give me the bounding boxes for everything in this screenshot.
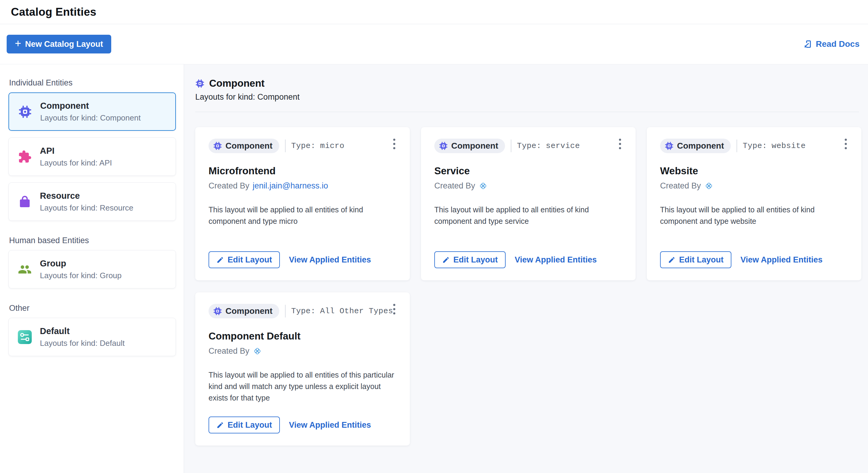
card-footer: Edit Layout View Applied Entities	[434, 251, 622, 268]
card-footer: Edit Layout View Applied Entities	[209, 416, 397, 433]
layout-title: Website	[660, 165, 848, 177]
sidebar-item-sublabel: Layouts for kind: Resource	[40, 203, 133, 213]
creator-email-link[interactable]: jenil.jain@harness.io	[253, 181, 328, 191]
toolbar: + New Catalog Layout Read Docs	[0, 24, 868, 64]
card-menu-kebab-icon[interactable]	[616, 137, 624, 151]
card-header: Component Type: micro	[209, 139, 397, 153]
layout-description: This layout will be applied to all entit…	[660, 204, 848, 227]
sidebar-item-resource[interactable]: Resource Layouts for kind: Resource	[8, 182, 176, 221]
type-value: website	[772, 141, 806, 150]
sidebar-item-sublabel: Layouts for kind: Default	[40, 339, 125, 348]
card-menu-kebab-icon[interactable]	[390, 137, 398, 151]
workflow-icon	[18, 330, 32, 344]
creator-diamond-icon	[253, 346, 262, 356]
sidebar-item-sublabel: Layouts for kind: Component	[40, 113, 141, 123]
header-divider	[195, 112, 859, 112]
people-icon	[18, 263, 32, 276]
layout-cards-grid: Component Type: micro Microfrontend Crea…	[195, 127, 862, 445]
view-applied-entities-link[interactable]: View Applied Entities	[515, 255, 597, 265]
edit-layout-label: Edit Layout	[679, 255, 723, 265]
kind-badge-label: Component	[451, 141, 498, 151]
layout-card-website: Component Type: website Website Created …	[647, 127, 861, 280]
sidebar-item-sublabel: Layouts for kind: Group	[40, 271, 122, 280]
chip-icon	[18, 105, 32, 119]
read-docs-link[interactable]: Read Docs	[803, 39, 860, 49]
kind-badge: Component	[209, 139, 279, 153]
new-catalog-layout-label: New Catalog Layout	[25, 40, 103, 49]
divider	[285, 140, 286, 152]
type-value: micro	[320, 141, 345, 150]
view-applied-entities-link[interactable]: View Applied Entities	[289, 420, 371, 430]
layout-description: This layout will be applied to all entit…	[434, 204, 622, 227]
kind-badge: Component	[660, 139, 731, 153]
divider	[285, 305, 286, 317]
layout-description: This layout will be applied to all entit…	[209, 204, 397, 227]
pencil-icon	[668, 256, 676, 264]
pencil-icon	[216, 256, 224, 264]
creator-diamond-icon	[478, 181, 488, 191]
kind-badge: Component	[434, 139, 505, 153]
sidebar-item-label: Group	[40, 259, 122, 269]
layouts-main-panel: Component Layouts for kind: Component Co…	[184, 64, 868, 473]
view-applied-entities-link[interactable]: View Applied Entities	[740, 255, 823, 265]
catalog-entities-page: Catalog Entities + New Catalog Layout Re…	[0, 0, 868, 473]
layout-card-service: Component Type: service Service Created …	[421, 127, 636, 280]
creator-diamond-icon	[704, 181, 714, 191]
edit-layout-button[interactable]: Edit Layout	[209, 251, 280, 268]
sidebar-item-api[interactable]: API Layouts for kind: API	[8, 137, 176, 176]
type-label: Type:	[517, 141, 541, 150]
layout-card-component-default: Component Type: All Other Types Componen…	[195, 292, 410, 445]
section-heading-other: Other	[9, 304, 176, 313]
page-header: Catalog Entities	[0, 0, 868, 24]
page-title: Catalog Entities	[11, 6, 96, 19]
edit-layout-button[interactable]: Edit Layout	[434, 251, 506, 268]
created-by-label: Created By	[434, 181, 475, 191]
content-area: Individual Entities	[0, 64, 868, 473]
edit-layout-label: Edit Layout	[227, 420, 272, 430]
card-menu-kebab-icon[interactable]	[842, 137, 850, 151]
puzzle-icon	[18, 150, 32, 164]
divider	[737, 140, 737, 152]
type-label: Type:	[743, 141, 767, 150]
divider	[511, 140, 512, 152]
kind-badge-label: Component	[225, 306, 273, 316]
kind-title: Component	[209, 78, 265, 89]
sidebar-item-group[interactable]: Group Layouts for kind: Group	[8, 250, 176, 289]
created-by-label: Created By	[209, 181, 249, 191]
sidebar-item-default[interactable]: Default Layouts for kind: Default	[8, 318, 176, 356]
kind-header: Component	[195, 78, 862, 89]
card-header: Component Type: service	[434, 139, 622, 153]
section-heading-individual-entities: Individual Entities	[9, 78, 176, 88]
sidebar-item-label: Component	[40, 101, 141, 111]
chip-icon	[195, 79, 205, 88]
created-by-label: Created By	[209, 346, 249, 356]
edit-layout-button[interactable]: Edit Layout	[209, 416, 280, 433]
new-catalog-layout-button[interactable]: + New Catalog Layout	[7, 35, 111, 54]
layout-title: Service	[434, 165, 622, 177]
layout-title: Microfrontend	[209, 165, 397, 177]
kind-subtitle: Layouts for kind: Component	[195, 93, 862, 102]
read-docs-label: Read Docs	[816, 39, 860, 49]
type-value: All Other Types	[320, 307, 393, 316]
entity-kinds-sidebar: Individual Entities	[0, 64, 184, 473]
sidebar-item-label: Default	[40, 326, 125, 336]
sidebar-item-sublabel: Layouts for kind: API	[40, 158, 112, 168]
pencil-icon	[216, 421, 224, 429]
kind-badge-label: Component	[677, 141, 724, 151]
read-docs-icon	[803, 39, 812, 49]
edit-layout-button[interactable]: Edit Layout	[660, 251, 732, 268]
sidebar-item-label: API	[40, 146, 112, 156]
section-heading-human-based-entities: Human based Entities	[9, 236, 176, 245]
edit-layout-label: Edit Layout	[227, 255, 272, 265]
card-header: Component Type: website	[660, 139, 848, 153]
view-applied-entities-link[interactable]: View Applied Entities	[289, 255, 371, 265]
layout-card-microfrontend: Component Type: micro Microfrontend Crea…	[195, 127, 410, 280]
card-header: Component Type: All Other Types	[209, 304, 397, 318]
sidebar-item-component[interactable]: Component Layouts for kind: Component	[8, 93, 176, 131]
card-menu-kebab-icon[interactable]	[390, 302, 398, 316]
bag-icon	[18, 195, 32, 209]
card-footer: Edit Layout View Applied Entities	[660, 251, 848, 268]
edit-layout-label: Edit Layout	[453, 255, 498, 265]
created-by-label: Created By	[660, 181, 701, 191]
card-footer: Edit Layout View Applied Entities	[209, 251, 397, 268]
